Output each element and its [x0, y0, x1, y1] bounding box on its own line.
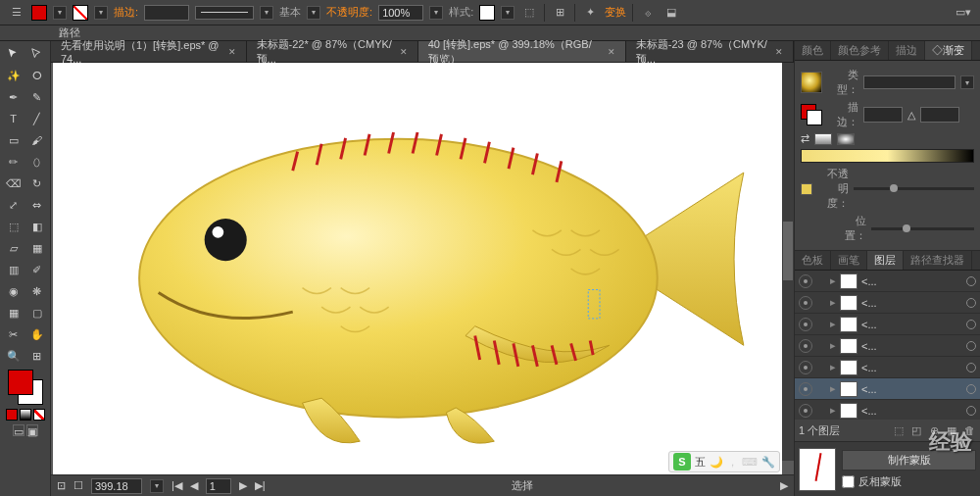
- style-swatch[interactable]: [479, 5, 495, 21]
- align-icon[interactable]: ⊞: [551, 4, 568, 22]
- artboard-nav-first[interactable]: |◀: [172, 479, 182, 492]
- blob-brush-tool[interactable]: ⬯: [26, 152, 48, 172]
- artboard-nav-prev[interactable]: ◀: [190, 479, 198, 492]
- target-icon[interactable]: [966, 406, 976, 416]
- isolate-icon[interactable]: ⟐: [639, 4, 657, 22]
- shape-builder-tool[interactable]: ◧: [26, 217, 48, 236]
- perspective-tool[interactable]: ▱: [3, 238, 24, 258]
- rectangle-tool[interactable]: ▭: [3, 130, 24, 150]
- gradient-swatch-fgbg[interactable]: [801, 104, 822, 125]
- opacity-dropdown[interactable]: [429, 6, 443, 20]
- stroke-dropdown[interactable]: [94, 6, 108, 20]
- hand-tool[interactable]: ✋: [26, 324, 48, 344]
- brush-dropdown[interactable]: [260, 6, 273, 20]
- angle-input[interactable]: [920, 107, 959, 123]
- tab-color[interactable]: 颜色: [795, 41, 831, 60]
- canvas[interactable]: S 五 🌙 ， ⌨ 🔧: [51, 63, 794, 474]
- color-mode[interactable]: [6, 409, 18, 421]
- stroke-weight-input[interactable]: [144, 5, 189, 21]
- preview-icon[interactable]: ☐: [74, 479, 83, 492]
- ime-moon-icon[interactable]: 🌙: [710, 456, 723, 469]
- workspace-icon[interactable]: ▭▾: [955, 4, 972, 22]
- direct-selection-tool[interactable]: [26, 44, 48, 64]
- ime-badge[interactable]: S: [673, 453, 691, 471]
- stroke-swatch[interactable]: [73, 5, 88, 21]
- scale-tool[interactable]: ⤢: [3, 195, 24, 215]
- artboard-tool[interactable]: ▢: [26, 303, 48, 322]
- line-tool[interactable]: ╱: [26, 109, 48, 128]
- status-nav[interactable]: ▶: [780, 479, 788, 492]
- type-tool[interactable]: T: [3, 109, 24, 128]
- visibility-icon[interactable]: [799, 274, 812, 288]
- tab-gradient[interactable]: ◇渐变: [925, 41, 972, 60]
- layer-row[interactable]: ▸<...: [795, 271, 980, 292]
- target-icon[interactable]: [966, 276, 976, 286]
- tab-swatches[interactable]: 色板: [795, 251, 831, 270]
- visibility-icon[interactable]: [799, 339, 812, 353]
- ime-mode[interactable]: 五: [695, 455, 706, 470]
- visibility-icon[interactable]: [799, 318, 812, 331]
- opacity-slider[interactable]: [854, 187, 974, 190]
- close-icon[interactable]: ✕: [228, 47, 236, 57]
- paintbrush-tool[interactable]: 🖌: [26, 130, 48, 150]
- symbol-spray-tool[interactable]: ❋: [26, 281, 48, 301]
- fill-swatch[interactable]: [31, 5, 47, 21]
- opacity-input[interactable]: [378, 5, 423, 21]
- fill-dropdown[interactable]: [53, 6, 67, 20]
- mesh-tool[interactable]: ▦: [26, 238, 48, 258]
- layer-row[interactable]: ▸<...: [795, 335, 980, 357]
- tab-color-guide[interactable]: 颜色参考: [831, 41, 889, 60]
- scrollbar-thumb[interactable]: [783, 222, 793, 280]
- foreground-color[interactable]: [8, 370, 33, 395]
- tab[interactable]: 先看使用说明（1）[转换].eps* @ 74...✕: [51, 41, 247, 62]
- layer-thumb[interactable]: [840, 381, 858, 397]
- artboard[interactable]: S 五 🌙 ， ⌨ 🔧: [53, 63, 782, 474]
- pencil-tool[interactable]: ✏: [3, 152, 24, 172]
- target-icon[interactable]: [966, 384, 976, 394]
- gradient-mode[interactable]: [20, 409, 31, 421]
- tab-layers[interactable]: 图层: [867, 251, 904, 270]
- layer-thumb[interactable]: [840, 403, 858, 419]
- ratio-input[interactable]: [863, 107, 903, 123]
- target-icon[interactable]: [966, 363, 976, 372]
- arrange-icon[interactable]: ⬓: [662, 4, 680, 22]
- visibility-icon[interactable]: [799, 296, 812, 310]
- style-dropdown[interactable]: [501, 6, 514, 20]
- gradient-tool[interactable]: ▥: [3, 260, 24, 279]
- stop-color[interactable]: [801, 183, 812, 195]
- gradient-type-select[interactable]: [863, 75, 956, 89]
- layer-thumb[interactable]: [840, 317, 858, 332]
- add-anchor-tool[interactable]: ✎: [26, 87, 48, 107]
- tab[interactable]: 未标题-23 @ 87%（CMYK/预...✕: [626, 41, 794, 62]
- visibility-icon[interactable]: [799, 404, 812, 418]
- layer-row[interactable]: ▸<...: [795, 292, 980, 314]
- layer-row[interactable]: ▸<...: [795, 400, 980, 420]
- target-icon[interactable]: [966, 341, 976, 351]
- target-icon[interactable]: [966, 320, 976, 329]
- tab-brushes[interactable]: 画笔: [831, 251, 867, 270]
- position-slider[interactable]: [871, 227, 974, 230]
- none-mode[interactable]: [33, 409, 45, 421]
- visibility-icon[interactable]: [799, 361, 812, 374]
- blend-tool[interactable]: ◉: [3, 281, 24, 301]
- scrollbar-vertical[interactable]: [782, 63, 794, 461]
- zoom-dropdown[interactable]: [150, 479, 164, 493]
- preview-thumb[interactable]: [799, 448, 836, 491]
- make-clip-icon[interactable]: ◰: [909, 423, 923, 437]
- gradient-preview[interactable]: [801, 72, 822, 93]
- pen-tool[interactable]: ✒: [3, 87, 24, 107]
- layer-row[interactable]: ▸<...: [795, 378, 980, 400]
- screen-mode-normal[interactable]: ▭: [13, 424, 24, 436]
- visibility-icon[interactable]: [799, 382, 812, 396]
- ime-keyboard-icon[interactable]: ⌨: [742, 456, 758, 469]
- eyedropper-tool[interactable]: ✐: [26, 260, 48, 279]
- layer-thumb[interactable]: [840, 360, 858, 375]
- locate-icon[interactable]: ⬚: [892, 423, 906, 437]
- target-icon[interactable]: [966, 298, 976, 308]
- zoom-tool[interactable]: 🔍: [3, 346, 24, 366]
- close-icon[interactable]: ✕: [400, 47, 408, 57]
- slice-tool[interactable]: ✂: [3, 324, 24, 344]
- grad-swatch-b[interactable]: [837, 133, 855, 145]
- ime-settings-icon[interactable]: 🔧: [761, 456, 775, 469]
- print-tile-tool[interactable]: ⊞: [26, 346, 48, 366]
